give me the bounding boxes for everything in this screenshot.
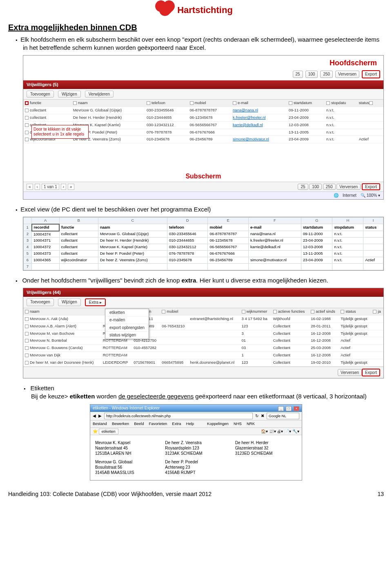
home-icon[interactable]: 🏠▾ [261, 429, 268, 434]
footer-text: Handleiding 103: Collecte Database (CDB)… [8, 490, 212, 498]
table-row[interactable]: collectantDe heer H. Herder (Hendrik)010… [23, 114, 383, 121]
menu-etiketten[interactable]: etiketten [105, 309, 149, 317]
export-button-bottom[interactable]: Export [362, 183, 380, 190]
table-row[interactable]: De heer M. van der Doorsnee (Henk)LEIDER… [23, 359, 383, 366]
select-all-checkbox[interactable] [25, 101, 29, 105]
table-row: 410004372collectantMevrouw K. Kapsel (Ka… [24, 244, 383, 251]
table-row[interactable]: Mevrouw A.B. Alarm (Alert)ROTTERDAM20-98… [23, 323, 383, 330]
favorites-icon[interactable]: ⭐ [93, 429, 98, 434]
menu-bewerken[interactable]: Bewerken [112, 421, 129, 427]
back-icon[interactable]: ◀ [93, 413, 96, 419]
table-row: 310004371collectantDe heer H. Herder (He… [24, 238, 383, 244]
ie-menubar: Bestand Bewerken Beeld Favorieten Extra … [90, 420, 302, 428]
refresh-button-b[interactable]: Verversen [336, 184, 361, 190]
menu-favorieten[interactable]: Favorieten [149, 421, 167, 427]
pagesize-250[interactable]: 250 [320, 71, 333, 78]
export-button-3[interactable]: Export [362, 369, 380, 377]
refresh-button[interactable]: Verversen [335, 71, 359, 78]
address-label: De heer P. PoedelAchterweg 234156AB RIJM… [165, 459, 227, 475]
link-nhs[interactable]: NHS [234, 421, 242, 427]
wijzigen-button[interactable]: Wijzigen [58, 91, 81, 98]
toevoegen-button[interactable]: Toevoegen [27, 91, 54, 98]
ie-window-etiketten: etiketten - Windows Internet Explorer _ … [90, 404, 302, 480]
bullet-extra-knop: Onder het hoofdscherm "vrijwilligers" be… [23, 276, 384, 285]
maximize-icon[interactable]: □ [286, 406, 292, 411]
table-row: 210004374collectantMevrouw G. Globaal (G… [24, 231, 383, 238]
address-label: De heer H. HerderGlazenierstraat 323123E… [235, 440, 297, 456]
menu-extra[interactable]: Extra [172, 421, 181, 427]
screenshot-extra-menu: Vrijwilligers (44) Toevoegen Wijzigen Ex… [23, 288, 384, 378]
extra-dropdown: etiketten e-mailen export opbrengsten st… [105, 309, 149, 339]
pagesize-250-b[interactable]: 250 [323, 184, 336, 190]
menu-beeld[interactable]: Beeld [134, 421, 144, 427]
hoofdscherm-label: Hoofdscherm [23, 56, 383, 69]
feeds-icon[interactable]: 📰▾ [269, 429, 276, 434]
select-all-note: Door te klikken in dit vakje selecteert … [31, 125, 89, 139]
menu-emailen[interactable]: e-mailen [105, 316, 149, 324]
zoom-level[interactable]: 🔍 100% ▾ [361, 193, 380, 198]
labels-grid: Mevrouw K. KapselNaardersstraat 451251BA… [90, 435, 302, 480]
table-row[interactable]: Mevrouw van DijkROTTERDAM1Collectant16-1… [23, 352, 383, 359]
address-label: Mevrouw G. GlobaalBosuilstraat 563145AB … [95, 459, 157, 475]
panel-header-vrijwilligers-44: Vrijwilligers (44) [23, 288, 383, 297]
table-row[interactable]: Mevrouw M. van BochoveROTTERDAM3Collecta… [23, 330, 383, 337]
tools-icon[interactable]: 🔧▾ [292, 429, 299, 434]
link-nrk[interactable]: NRK [247, 421, 255, 427]
extra-button[interactable]: Extra ▸ [85, 298, 106, 307]
status-internet: Internet [343, 193, 356, 198]
vrijwilligers-table-2: naamelefoonmobielwijknummeractieve funct… [23, 308, 383, 367]
address-label: De heer Z. VeenstraRoyaardsplein 1233123… [165, 440, 227, 456]
verwijderen-button[interactable]: Verwijderen [85, 91, 114, 98]
section-title: Extra mogelijkheden binnen CDB [8, 22, 384, 33]
panel-header-vrijwilligers: Vrijwilligers (5) [23, 80, 383, 89]
page-icon[interactable]: 📄▾ [284, 429, 291, 434]
refresh-icon[interactable]: ↻ [255, 413, 258, 419]
table-row[interactable]: Mevrouw A. Aak (Ada)101111111extranet@ha… [23, 315, 383, 323]
wijzigen-button-2[interactable]: Wijzigen [58, 298, 81, 307]
menu-status-wijzigen[interactable]: status wijzigen [105, 331, 149, 339]
pager[interactable]: «‹1 van 1›» [27, 184, 74, 190]
heart-icon [157, 2, 173, 18]
toevoegen-button-2[interactable]: Toevoegen [27, 298, 54, 307]
screenshot-hoofdscherm: Hoofdscherm 25 100 250 Verversen Export … [23, 55, 384, 200]
table-row: 610004365wijkcoördinatorDe heer Z. Veens… [24, 257, 383, 263]
page-number: 13 [377, 490, 384, 498]
ie-title: etiketten - Windows Internet Explorer [93, 405, 160, 411]
pagesize-25[interactable]: 25 [293, 71, 303, 78]
logo-header: Hartstichting [8, 4, 384, 16]
table-row[interactable]: Mevrouw C. Bouwens (Carola)ROTTERDAM010-… [23, 345, 383, 352]
search-field[interactable]: Google NL [267, 413, 299, 419]
bullet-etiketten: Etiketten Bij de keuze> etiketten worden… [31, 384, 384, 401]
screenshot-excel: ABCDEFGHI 1recordidfunctienaamtelefoonmo… [23, 217, 384, 271]
logo-text: Hartstichting [177, 4, 233, 16]
table-row[interactable]: Mevrouw N. BontebalROTTERDAM010-42127500… [23, 337, 383, 345]
globe-icon: 🌐 [334, 193, 339, 198]
menu-bestand[interactable]: Bestand [93, 421, 107, 427]
print-icon[interactable]: 🖨▾ [277, 429, 283, 434]
table-row: 510004373collectantDe heer P. Poedel (Pe… [24, 251, 383, 257]
refresh-button-3[interactable]: Verversen [338, 369, 362, 376]
ie-tab-etiketten[interactable]: etiketten [99, 429, 118, 434]
minimize-icon[interactable]: _ [278, 406, 284, 411]
address-label: Mevrouw K. KapselNaardersstraat 451251BA… [95, 440, 157, 456]
subscherm-label: Subscherm [23, 172, 383, 181]
url-field[interactable]: http://rodekruis.collecteweb.nl/main.php [104, 413, 253, 419]
forward-icon[interactable]: ▶ [98, 413, 102, 419]
bullet-excel-view: Excel view (de PC dient wel te beschikke… [23, 205, 384, 214]
bullet-export-intro: Elk hoofdscherm en elk subscherm beschik… [23, 36, 384, 52]
export-button-top[interactable]: Export [362, 70, 380, 78]
menu-help[interactable]: Help [186, 421, 194, 427]
table-row[interactable]: collectantMevrouw G. Globaal (Gijsje)030… [23, 107, 383, 114]
stop-icon[interactable]: ✖ [261, 413, 264, 419]
pagesize-100-b[interactable]: 100 [309, 184, 322, 190]
menu-export-opbrengsten[interactable]: export opbrengsten [105, 324, 149, 332]
close-icon[interactable]: × [294, 406, 299, 411]
address-label [235, 459, 297, 475]
pagesize-25-b[interactable]: 25 [298, 184, 308, 190]
koppelingen-label: Koppelingen [207, 421, 229, 427]
pagesize-100[interactable]: 100 [305, 71, 318, 78]
